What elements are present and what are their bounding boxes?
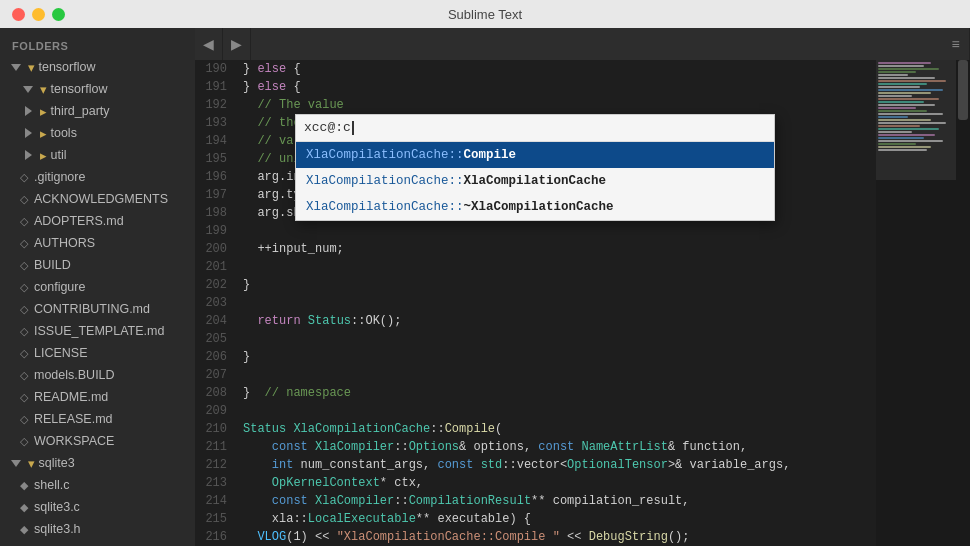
sidebar-item-sqlite3ext-h[interactable]: ◆ sqlite3ext.h — [0, 540, 195, 546]
line-numbers: 190 191 192 193 194 195 196 197 198 199 … — [195, 60, 235, 546]
tab-nav-left[interactable]: ◀ — [195, 28, 223, 60]
file-diamond-icon: ◇ — [20, 435, 28, 448]
folder-icon: ▾ — [28, 60, 35, 75]
sidebar-item-acknowledgments[interactable]: ◇ ACKNOWLEDGMENTS — [0, 188, 195, 210]
file-diamond-icon: ◇ — [20, 237, 28, 250]
code-line-190: } else { — [243, 60, 876, 78]
editor-area: 190 191 192 193 194 195 196 197 198 199 … — [195, 60, 970, 546]
code-line-214: const XlaCompiler::CompilationResult** c… — [243, 492, 876, 510]
folder-icon: ▸ — [40, 126, 47, 141]
tab-scroll-indicator[interactable]: ≡ — [942, 28, 970, 60]
minimize-button[interactable] — [32, 8, 45, 21]
triangle-down-icon — [20, 81, 36, 97]
sidebar-item-label: ACKNOWLEDGMENTS — [34, 192, 168, 206]
sidebar-item-license[interactable]: ◇ LICENSE — [0, 342, 195, 364]
file-diamond-icon: ◇ — [20, 193, 28, 206]
sidebar-item-models-build[interactable]: ◇ models.BUILD — [0, 364, 195, 386]
scrollbar-thumb[interactable] — [958, 60, 968, 120]
file-diamond-icon: ◇ — [20, 413, 28, 426]
sidebar-item-label: tensorflow — [50, 82, 107, 96]
tab-bar: ◀ ▶ ≡ — [195, 28, 970, 60]
sidebar-item-label: LICENSE — [34, 346, 88, 360]
folders-label: FOLDERS — [0, 32, 195, 56]
file-diamond-icon: ◇ — [20, 215, 28, 228]
sidebar-item-sqlite3-c[interactable]: ◆ sqlite3.c — [0, 496, 195, 518]
code-line-207 — [243, 366, 876, 384]
code-line-191: } else { — [243, 78, 876, 96]
sidebar-item-label: shell.c — [34, 478, 69, 492]
sidebar-item-authors[interactable]: ◇ AUTHORS — [0, 232, 195, 254]
sidebar-item-contributing[interactable]: ◇ CONTRIBUTING.md — [0, 298, 195, 320]
window-controls — [12, 8, 65, 21]
file-diamond-icon: ◇ — [20, 369, 28, 382]
sidebar-item-issue-template[interactable]: ◇ ISSUE_TEMPLATE.md — [0, 320, 195, 342]
sidebar-item-tools[interactable]: ▸ tools — [0, 122, 195, 144]
code-editor[interactable]: 190 191 192 193 194 195 196 197 198 199 … — [195, 60, 876, 546]
folder-icon: ▸ — [40, 104, 47, 119]
sidebar-item-label: third_party — [50, 104, 109, 118]
sidebar-item-adopters[interactable]: ◇ ADOPTERS.md — [0, 210, 195, 232]
tab-nav-right[interactable]: ▶ — [223, 28, 251, 60]
sidebar-item-sqlite3-h[interactable]: ◆ sqlite3.h — [0, 518, 195, 540]
sidebar-item-configure[interactable]: ◇ configure — [0, 276, 195, 298]
file-diamond-icon: ◇ — [20, 171, 28, 184]
file-diamond-icon: ◇ — [20, 259, 28, 272]
autocomplete-item-1[interactable]: XlaCompilationCache::XlaCompilationCache — [296, 168, 774, 194]
folder-icon: ▸ — [40, 148, 47, 163]
code-line-215: xla::LocalExecutable** executable) { — [243, 510, 876, 528]
sidebar-item-label: tensorflow — [38, 60, 95, 74]
file-diamond-icon: ◇ — [20, 281, 28, 294]
sidebar-item-label: RELEASE.md — [34, 412, 113, 426]
autocomplete-input: xcc@:c — [296, 115, 774, 142]
file-diamond-icon: ◇ — [20, 303, 28, 316]
sidebar-item-gitignore[interactable]: ◇ .gitignore — [0, 166, 195, 188]
sidebar-item-util[interactable]: ▸ util — [0, 144, 195, 166]
close-button[interactable] — [12, 8, 25, 21]
code-line-216: VLOG(1) << "XlaCompilationCache::Compile… — [243, 528, 876, 546]
code-line-202: } — [243, 276, 876, 294]
file-diamond-icon: ◇ — [20, 325, 28, 338]
code-line-192: // The value — [243, 96, 876, 114]
sidebar-item-workspace[interactable]: ◇ WORKSPACE — [0, 430, 195, 452]
autocomplete-item-0[interactable]: XlaCompilationCache::Compile — [296, 142, 774, 168]
sidebar-item-sqlite3-root[interactable]: ▾ sqlite3 — [0, 452, 195, 474]
code-line-201 — [243, 258, 876, 276]
sidebar-item-tensorflow-sub[interactable]: ▾ tensorflow — [0, 78, 195, 100]
autocomplete-item-label: XlaCompilationCache::XlaCompilationCache — [306, 172, 606, 190]
sidebar-item-tensorflow-root[interactable]: ▾ tensorflow — [0, 56, 195, 78]
sidebar-item-shell-c[interactable]: ◆ shell.c — [0, 474, 195, 496]
sidebar-item-label: sqlite3.c — [34, 500, 80, 514]
file-code-icon: ◆ — [20, 479, 28, 492]
code-line-211: const XlaCompiler::Options& options, con… — [243, 438, 876, 456]
code-line-199 — [243, 222, 876, 240]
content-area: ◀ ▶ ≡ 190 191 192 193 194 195 196 — [195, 28, 970, 546]
sidebar-item-label: CONTRIBUTING.md — [34, 302, 150, 316]
triangle-right-icon — [20, 125, 36, 141]
code-line-213: OpKernelContext* ctx, — [243, 474, 876, 492]
code-line-208: } // namespace — [243, 384, 876, 402]
file-code-icon: ◆ — [20, 523, 28, 536]
file-diamond-icon: ◇ — [20, 347, 28, 360]
sidebar: FOLDERS ▾ tensorflow ▾ tensorflow ▸ thir… — [0, 28, 195, 546]
code-line-204: return Status::OK(); — [243, 312, 876, 330]
autocomplete-cursor — [352, 121, 354, 135]
sidebar-item-label: ADOPTERS.md — [34, 214, 124, 228]
file-code-icon: ◆ — [20, 501, 28, 514]
folder-icon: ▾ — [28, 456, 35, 471]
code-line-200: ++input_num; — [243, 240, 876, 258]
autocomplete-item-2[interactable]: XlaCompilationCache::~XlaCompilationCach… — [296, 194, 774, 220]
sidebar-item-readme[interactable]: ◇ README.md — [0, 386, 195, 408]
sidebar-item-label: sqlite3.h — [34, 522, 81, 536]
maximize-button[interactable] — [52, 8, 65, 21]
sidebar-item-label: models.BUILD — [34, 368, 115, 382]
sidebar-item-third-party[interactable]: ▸ third_party — [0, 100, 195, 122]
title-bar: Sublime Text — [0, 0, 970, 28]
sidebar-item-release[interactable]: ◇ RELEASE.md — [0, 408, 195, 430]
sidebar-item-label: util — [50, 148, 66, 162]
autocomplete-dropdown[interactable]: xcc@:c XlaCompilationCache::Compile XlaC… — [295, 114, 775, 221]
triangle-down-icon — [8, 455, 24, 471]
sidebar-item-label: AUTHORS — [34, 236, 95, 250]
sidebar-item-build[interactable]: ◇ BUILD — [0, 254, 195, 276]
vertical-scrollbar[interactable] — [956, 60, 970, 546]
code-line-210: Status XlaCompilationCache::Compile( — [243, 420, 876, 438]
